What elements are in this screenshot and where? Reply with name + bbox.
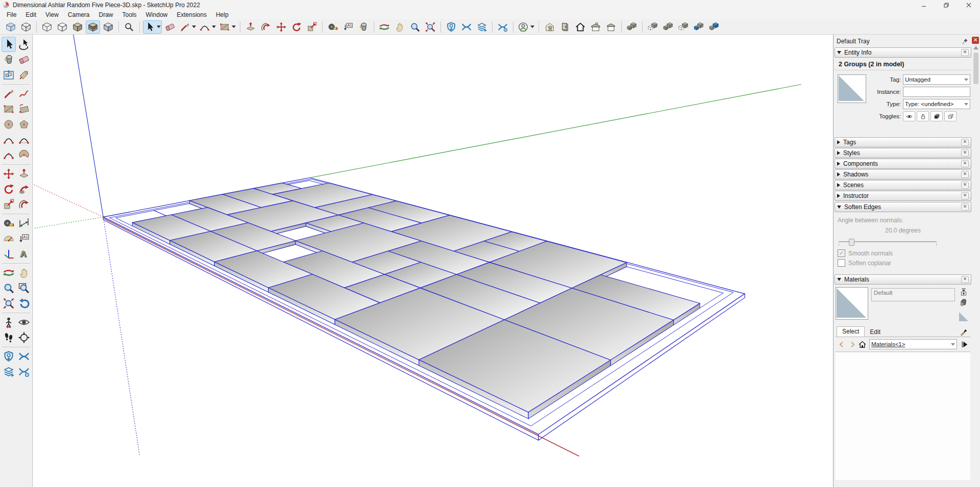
component-mixed-button[interactable] (676, 20, 691, 34)
move-tool-button[interactable] (2, 166, 16, 182)
in-model-home-icon[interactable] (857, 339, 867, 349)
shaded-button[interactable] (70, 20, 85, 34)
minimize-button[interactable] (913, 0, 935, 10)
extension-layers-button[interactable] (475, 20, 489, 34)
soften-edges-close-icon[interactable]: ✕ (961, 203, 969, 211)
tape-measure-button[interactable] (326, 20, 340, 34)
section-close-icon[interactable]: ✕ (961, 192, 969, 199)
dropdown-caret-icon[interactable] (212, 25, 216, 28)
dropdown-caret-icon[interactable] (530, 25, 534, 28)
forward-arrow-icon[interactable] (847, 339, 857, 349)
text-button[interactable]: A1 (341, 20, 355, 34)
section-tags[interactable]: Tags✕ (835, 137, 971, 147)
camera-target-tool-button[interactable] (17, 330, 31, 345)
warehouse-home-button[interactable] (573, 20, 587, 34)
menu-edit[interactable]: Edit (21, 11, 41, 19)
move-button[interactable] (274, 20, 288, 34)
section-components[interactable]: Components✕ (835, 159, 971, 169)
scroll-thumb[interactable] (973, 53, 978, 84)
tape-measure-tool-button[interactable] (2, 216, 16, 231)
monochrome-button[interactable] (101, 20, 115, 34)
checkbox-smooth-normals[interactable]: ✓Smooth normals (838, 249, 968, 257)
checkbox-soften-coplanar[interactable]: Soften coplanar (838, 259, 968, 267)
menu-view[interactable]: View (41, 11, 63, 19)
extension-wave-button[interactable] (459, 20, 474, 34)
instance-input[interactable] (905, 88, 968, 95)
section-shadows[interactable]: Shadows✕ (835, 169, 971, 180)
zoom-extents-button[interactable] (423, 20, 437, 34)
section-close-icon[interactable]: ✕ (961, 139, 969, 146)
push-pull-button[interactable] (243, 20, 258, 34)
section-instructor[interactable]: Instructor✕ (835, 191, 971, 201)
materials-collection-dropdown[interactable]: Materials<1> (869, 339, 957, 349)
receive-shadows-toggle[interactable] (930, 111, 943, 121)
menu-extensions[interactable]: Extensions (172, 11, 211, 19)
cast-shadows-toggle[interactable] (944, 111, 957, 121)
rotate-tool-button[interactable] (2, 182, 16, 197)
text-tool-button[interactable]: A1 (17, 231, 31, 246)
extension-layers-tool-button[interactable] (2, 364, 16, 379)
scale-tool-button[interactable] (2, 197, 16, 212)
section-scenes[interactable]: Scenes✕ (835, 180, 971, 190)
scroll-up-icon[interactable] (973, 46, 978, 49)
warehouse-roof-button[interactable] (589, 20, 603, 34)
offset-button[interactable] (259, 20, 273, 34)
hidden-line-button[interactable] (55, 20, 69, 34)
back-arrow-icon[interactable] (837, 339, 847, 349)
tray-close-button[interactable]: ✕ (972, 37, 979, 44)
extension-wave-gear-tool-button[interactable] (17, 364, 31, 379)
arc-button[interactable] (198, 20, 217, 34)
dropdown-caret-icon[interactable] (232, 25, 236, 28)
dimension-tool-button[interactable] (17, 216, 31, 231)
follow-me-tool-button[interactable] (17, 182, 31, 197)
pan-tool-button[interactable] (17, 265, 31, 280)
look-around-tool-button[interactable] (17, 315, 31, 330)
select-button[interactable] (143, 20, 162, 34)
component-dark-button[interactable] (625, 20, 639, 34)
menu-help[interactable]: Help (211, 11, 233, 19)
arc-tool-button[interactable] (2, 132, 16, 147)
menu-tools[interactable]: Tools (118, 11, 141, 19)
component-frame-button[interactable] (646, 20, 660, 34)
push-pull-tool-button[interactable] (17, 166, 31, 182)
polygon-tool-button[interactable] (17, 117, 31, 132)
tab-edit[interactable]: Edit (865, 327, 886, 337)
details-arrow-icon[interactable] (959, 339, 969, 349)
two-point-arc-tool-button[interactable] (17, 132, 31, 147)
extension-shield-tool-button[interactable] (2, 349, 16, 364)
search-button[interactable] (122, 20, 136, 34)
materials-header[interactable]: Materials ✕ (835, 274, 971, 285)
create-material-icon[interactable] (958, 297, 969, 307)
pan-button[interactable] (393, 20, 407, 34)
wireframe-button[interactable] (40, 20, 54, 34)
line-button[interactable] (178, 20, 197, 34)
secondary-pane-icon[interactable] (958, 287, 969, 297)
warehouse-house-button[interactable] (543, 20, 557, 34)
eraser-tool-button[interactable] (17, 52, 31, 67)
eraser-button[interactable] (163, 20, 177, 34)
warehouse-barn-button[interactable] (604, 20, 618, 34)
rectangle-button[interactable] (218, 20, 237, 34)
pin-icon[interactable] (962, 38, 969, 45)
paint-bucket-tool-button[interactable] (2, 52, 16, 67)
instance-field[interactable] (903, 87, 970, 97)
component-blue-2-button[interactable] (707, 20, 721, 34)
x-ray-button[interactable] (4, 20, 18, 34)
slider-thumb[interactable] (849, 239, 854, 246)
orbit-button[interactable] (377, 20, 391, 34)
sample-paint-icon[interactable] (959, 326, 969, 337)
back-edges-button[interactable] (19, 20, 33, 34)
three-point-arc-tool-button[interactable] (2, 147, 16, 163)
extension-shield-button[interactable] (444, 20, 458, 34)
warehouse-cabinet-button[interactable] (558, 20, 572, 34)
lasso-tool-button[interactable] (17, 37, 31, 52)
checkbox-icon[interactable] (838, 259, 845, 267)
dropdown-caret-icon[interactable] (157, 25, 161, 28)
materials-list[interactable] (836, 352, 970, 480)
section-close-icon[interactable]: ✕ (961, 149, 969, 157)
circle-tool-button[interactable] (2, 117, 16, 132)
make-component-tool-button[interactable] (2, 67, 16, 83)
section-close-icon[interactable]: ✕ (961, 160, 969, 167)
viewport-3d[interactable] (33, 35, 833, 487)
tab-select[interactable]: Select (837, 326, 865, 337)
